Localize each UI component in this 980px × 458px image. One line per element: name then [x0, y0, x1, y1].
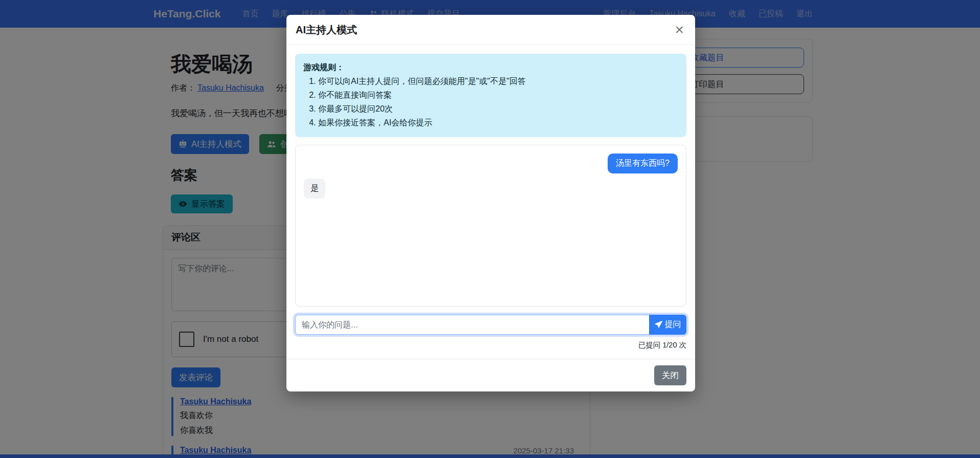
- close-modal-button[interactable]: 关闭: [654, 365, 686, 385]
- rule-item: 你可以向AI主持人提问，但问题必须能用"是"或"不是"回答: [318, 74, 678, 88]
- rules-list: 你可以向AI主持人提问，但问题必须能用"是"或"不是"回答 你不能直接询问答案 …: [307, 74, 678, 129]
- ask-button-label: 提问: [665, 319, 681, 330]
- ask-button[interactable]: 提问: [649, 315, 686, 335]
- close-icon[interactable]: ×: [675, 22, 684, 37]
- modal-header: AI主持人模式 ×: [286, 15, 695, 45]
- question-input-group: 提问: [295, 315, 686, 335]
- chat-row-user: 汤里有东西吗?: [304, 154, 678, 173]
- send-icon: [655, 321, 662, 329]
- rule-item: 你不能直接询问答案: [318, 88, 678, 102]
- rule-item: 你最多可以提问20次: [318, 102, 678, 116]
- ai-message-bubble: 是: [304, 179, 325, 199]
- chat-history[interactable]: 汤里有东西吗? 是: [295, 145, 686, 307]
- ai-host-modal: AI主持人模式 × 游戏规则： 你可以向AI主持人提问，但问题必须能用"是"或"…: [286, 15, 695, 391]
- user-message-bubble: 汤里有东西吗?: [608, 154, 678, 173]
- modal-title: AI主持人模式: [296, 23, 357, 37]
- game-rules-alert: 游戏规则： 你可以向AI主持人提问，但问题必须能用"是"或"不是"回答 你不能直…: [295, 54, 686, 137]
- rules-title: 游戏规则：: [303, 60, 678, 74]
- question-input[interactable]: [295, 315, 649, 335]
- modal-footer: 关闭: [286, 359, 695, 391]
- rule-item: 如果你接近答案，AI会给你提示: [318, 116, 678, 129]
- modal-body: 游戏规则： 你可以向AI主持人提问，但问题必须能用"是"或"不是"回答 你不能直…: [286, 45, 695, 359]
- chat-row-ai: 是: [304, 173, 678, 199]
- question-counter: 已提问 1/20 次: [295, 340, 686, 350]
- page-root: HeTang.Click 首页 题库 排行榜 公告 联机模式 提交题目 管理后台…: [0, 0, 980, 458]
